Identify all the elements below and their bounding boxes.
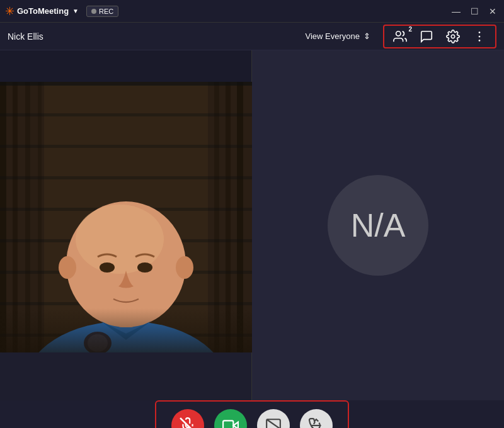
chat-button[interactable] — [416, 28, 437, 45]
left-panel-bottom — [0, 352, 251, 400]
svg-point-3 — [479, 35, 481, 37]
avatar-circle: N/A — [328, 175, 428, 276]
leave-control[interactable]: Leave — [300, 409, 333, 428]
svg-point-1 — [451, 35, 455, 38]
leave-icon — [308, 417, 324, 428]
mic-control[interactable]: Mic — [171, 409, 204, 428]
participants-button[interactable]: 2 — [389, 28, 411, 45]
screen-control[interactable]: Screen — [257, 409, 290, 428]
close-button[interactable]: ✕ — [486, 5, 499, 18]
avatar-initials: N/A — [351, 206, 406, 244]
camera-icon — [222, 417, 239, 428]
svg-point-2 — [479, 31, 481, 33]
rec-indicator — [91, 9, 96, 14]
right-video-panel: N/A — [252, 50, 504, 400]
controls-bar: Mic Camera Screen — [0, 400, 504, 428]
svg-rect-39 — [223, 420, 233, 428]
svg-line-43 — [266, 419, 280, 428]
logo-area[interactable]: ✳ GoToMeeting ▼ — [5, 4, 79, 18]
svg-rect-14 — [0, 82, 252, 86]
more-button[interactable] — [469, 28, 490, 45]
rec-label: REC — [99, 8, 113, 15]
camera-control[interactable]: Camera — [214, 409, 247, 428]
leave-button[interactable] — [300, 409, 333, 428]
svg-rect-17 — [0, 176, 252, 179]
svg-marker-38 — [233, 422, 238, 428]
participants-icon — [393, 30, 407, 43]
window-controls: — ☐ ✕ — [449, 5, 499, 18]
svg-point-26 — [76, 205, 164, 274]
view-arrows-icon: ⇕ — [364, 31, 370, 41]
left-video-panel: RG — [0, 50, 252, 400]
logo-dropdown-icon[interactable]: ▼ — [72, 8, 79, 14]
title-bar: ✳ GoToMeeting ▼ REC — ☐ ✕ — [0, 0, 504, 23]
rec-badge: REC — [86, 6, 118, 17]
settings-icon — [446, 30, 460, 43]
logo-text: GoToMeeting — [17, 6, 69, 16]
camera-button[interactable] — [214, 409, 247, 428]
mic-muted-icon — [180, 417, 196, 428]
settings-button[interactable] — [442, 28, 464, 45]
maximize-button[interactable]: ☐ — [468, 5, 481, 18]
video-person: RG — [0, 82, 252, 352]
svg-point-4 — [479, 40, 481, 42]
participants-count-badge: 2 — [408, 26, 412, 33]
svg-rect-34 — [0, 308, 252, 352]
video-feed: RG — [0, 82, 252, 352]
svg-point-0 — [396, 31, 401, 35]
svg-point-28 — [137, 262, 152, 273]
svg-rect-15 — [0, 113, 252, 116]
controls-box: Mic Camera Screen — [155, 400, 349, 428]
svg-point-29 — [59, 256, 76, 279]
header-bar: Nick Ellis View Everyone ⇕ 2 — [0, 23, 504, 50]
more-icon — [472, 30, 486, 43]
svg-point-30 — [176, 256, 193, 279]
chat-icon — [420, 30, 433, 43]
svg-rect-16 — [0, 145, 252, 148]
logo-icon: ✳ — [5, 4, 14, 18]
main-content: RG N/A — [0, 50, 504, 400]
svg-point-27 — [100, 262, 115, 273]
mic-button[interactable] — [171, 409, 204, 428]
video-placeholder: RG — [0, 82, 252, 352]
minimize-button[interactable]: — — [449, 5, 463, 18]
screen-icon — [265, 417, 282, 428]
view-selector[interactable]: View Everyone ⇕ — [306, 31, 370, 41]
view-label: View Everyone — [306, 31, 360, 41]
screen-button[interactable] — [257, 409, 290, 428]
participant-name: Nick Ellis — [8, 31, 43, 42]
header-actions: 2 — [383, 25, 496, 48]
